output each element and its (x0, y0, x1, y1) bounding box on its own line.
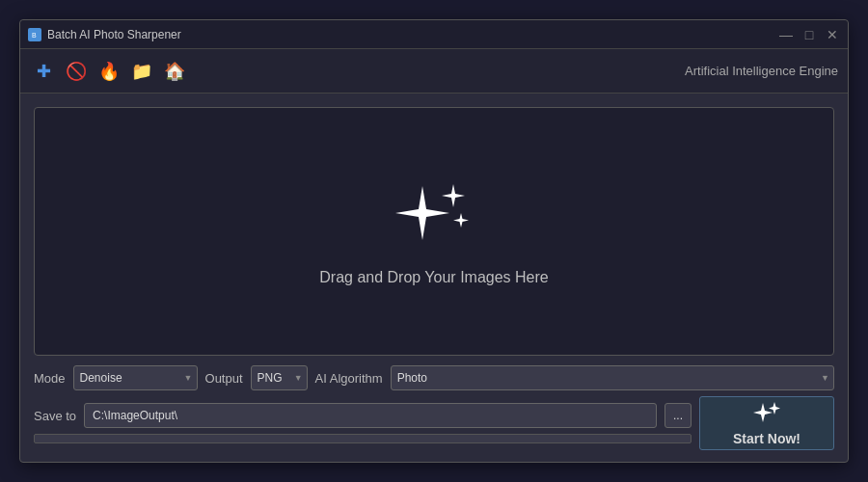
output-select-wrapper[interactable]: PNG JPG TIFF BMP (251, 365, 308, 390)
start-button[interactable]: Start Now! (699, 396, 834, 450)
controls-row: Mode Denoise Sharpen Enhance Denoise+Sha… (20, 365, 848, 396)
save-label: Save to (34, 409, 76, 423)
ai-select-wrapper[interactable]: Photo Anime Art Auto (391, 365, 834, 390)
drop-zone[interactable]: Drag and Drop Your Images Here (34, 107, 834, 356)
minimize-button[interactable]: — (778, 28, 794, 41)
titlebar-controls: — □ ✕ (778, 28, 840, 41)
toolbar: ✚ 🚫 🔥 📁 🏠 Artificial Intelligence Engine (20, 49, 848, 94)
sparkle-icon (386, 176, 482, 254)
save-input-row: Save to ... (34, 403, 692, 428)
app-icon: B (28, 28, 41, 41)
save-path-input[interactable] (84, 403, 657, 428)
add-button[interactable]: ✚ (30, 58, 57, 85)
browse-button[interactable]: ... (665, 403, 692, 428)
ai-select[interactable]: Photo Anime Art Auto (391, 365, 834, 390)
main-window: B Batch AI Photo Sharpener — □ ✕ ✚ 🚫 🔥 📁 (19, 19, 849, 463)
home-button[interactable]: 🏠 (161, 58, 188, 85)
svg-text:B: B (32, 32, 37, 39)
output-select[interactable]: PNG JPG TIFF BMP (251, 365, 308, 390)
close-button[interactable]: ✕ (825, 28, 840, 41)
move-button[interactable]: 🔥 (95, 58, 122, 85)
output-label: Output (205, 371, 243, 386)
save-row: Save to ... Start Now! (20, 396, 848, 462)
mode-label: Mode (34, 371, 66, 386)
folder-button[interactable]: 📁 (128, 58, 155, 85)
start-icon (753, 401, 780, 427)
mode-select[interactable]: Denoise Sharpen Enhance Denoise+Sharpen (73, 365, 198, 390)
progress-bar-bg (34, 434, 692, 443)
ai-label: AI Algorithm (315, 371, 383, 386)
toolbar-buttons: ✚ 🚫 🔥 📁 🏠 (30, 58, 188, 85)
remove-button[interactable]: 🚫 (63, 58, 90, 85)
window-title: Batch AI Photo Sharpener (47, 28, 181, 41)
drop-text: Drag and Drop Your Images Here (319, 269, 548, 286)
bottom-left: Save to ... (34, 403, 692, 443)
engine-label: Artificial Intelligence Engine (685, 64, 838, 78)
titlebar-left: B Batch AI Photo Sharpener (28, 28, 181, 41)
start-label: Start Now! (733, 431, 800, 446)
maximize-button[interactable]: □ (801, 28, 817, 41)
mode-select-wrapper[interactable]: Denoise Sharpen Enhance Denoise+Sharpen (73, 365, 198, 390)
titlebar: B Batch AI Photo Sharpener — □ ✕ (20, 20, 848, 49)
